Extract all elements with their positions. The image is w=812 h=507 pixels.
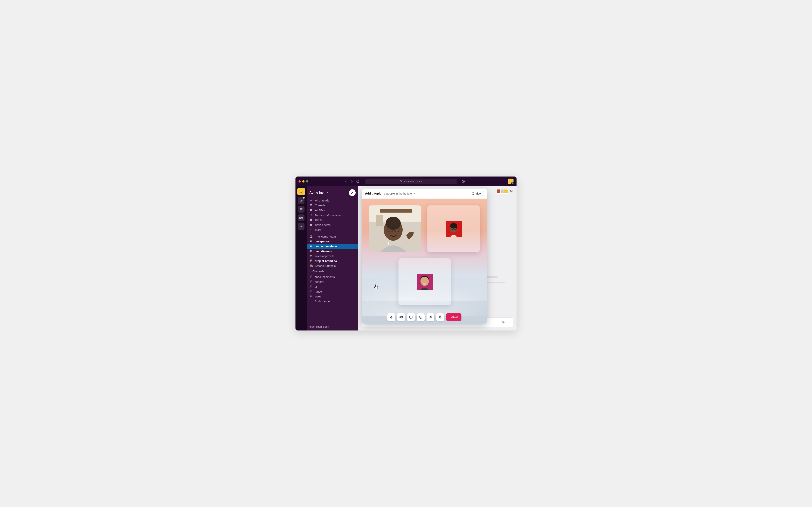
add-topic-button[interactable]: Add a topic (365, 192, 382, 195)
history-icon[interactable] (356, 179, 360, 183)
nav-all-dms[interactable]: All DMs (307, 208, 358, 213)
svg-rect-8 (473, 194, 474, 195)
minimize-window-button[interactable] (302, 180, 305, 182)
svg-point-25 (420, 277, 429, 286)
emoji-icon (419, 315, 422, 319)
camera-button[interactable] (397, 313, 405, 321)
huddle-body: Leave (362, 199, 487, 324)
participant-avatar-3 (417, 274, 433, 290)
section-channels[interactable]: Channels (307, 268, 358, 274)
nav-more[interactable]: More (307, 227, 358, 232)
chevron-down-icon (326, 191, 328, 194)
huddle-controls: Leave (362, 313, 487, 321)
svg-point-29 (419, 316, 422, 319)
forward-icon[interactable] (350, 179, 354, 183)
channel-sales-approvals[interactable]: #sales-approvals (307, 253, 358, 259)
workspace-switcher[interactable]: 😊 (297, 188, 305, 195)
svg-point-1 (463, 182, 463, 182)
workspace-item-je[interactable]: JE (298, 206, 305, 213)
workspace-item-df[interactable]: DF (298, 197, 305, 204)
caret-icon (309, 271, 311, 272)
participant-video-1 (369, 206, 421, 252)
settings-button[interactable] (436, 313, 444, 321)
svg-point-3 (311, 229, 311, 230)
add-workspace-button[interactable]: + (300, 232, 302, 237)
channel-sales[interactable]: #sales (307, 294, 358, 299)
svg-rect-6 (473, 192, 474, 193)
emoji-button[interactable] (417, 313, 424, 321)
section-home-team[interactable]: 🏝️The Home Team (307, 234, 358, 239)
channel-team-finance[interactable]: #team-finance (307, 248, 358, 253)
chevron-down-icon (413, 192, 416, 194)
channel-project-brand[interactable]: #project-brand-ca (307, 259, 358, 263)
body: 😊 DF JE SM ZB + Acme Inc. All unreads Th… (296, 186, 516, 331)
add-channel-button[interactable]: +Add channel (307, 299, 358, 304)
search-placeholder: Search Acme Inc (404, 180, 422, 183)
workspace-header[interactable]: Acme Inc. (307, 187, 358, 198)
view-button[interactable]: View (469, 191, 484, 196)
gear-icon (438, 315, 442, 319)
dms-icon (310, 209, 313, 212)
compose-button[interactable] (349, 189, 356, 196)
channel-team-chameleon[interactable]: #team-chameleon (307, 244, 358, 248)
back-icon[interactable] (344, 179, 348, 183)
participant-tile-3[interactable] (399, 259, 451, 305)
nav-threads[interactable]: Threads (307, 203, 358, 208)
svg-point-2 (310, 229, 310, 230)
channel-announcements[interactable]: #announcements (307, 274, 358, 279)
participant-tile-2[interactable] (427, 206, 480, 252)
chevron-down-icon[interactable] (507, 321, 511, 324)
nav-drafts[interactable]: Drafts (307, 217, 358, 222)
channel-pr[interactable]: #pr (307, 284, 358, 289)
workspace-item-zb[interactable]: ZB (298, 223, 305, 230)
nav-mentions[interactable]: Mentions & reactions (307, 213, 358, 217)
channel-general[interactable]: #general (307, 279, 358, 284)
close-window-button[interactable] (299, 180, 301, 182)
thread-button[interactable] (426, 313, 435, 321)
svg-point-30 (420, 317, 420, 317)
help-icon[interactable] (462, 180, 465, 183)
svg-rect-12 (376, 215, 383, 226)
member-avatars (498, 189, 508, 193)
main-content: # team-chameleon 74 Add a topic (358, 186, 516, 331)
mic-button[interactable] (388, 313, 395, 321)
titlebar: Search Acme Inc 😊 (296, 176, 516, 186)
more-icon (310, 228, 313, 231)
svg-rect-7 (472, 194, 472, 195)
send-icon[interactable] (502, 321, 505, 324)
channel-members[interactable]: 74 (498, 189, 513, 193)
svg-point-27 (400, 317, 401, 318)
drafts-icon (310, 218, 313, 221)
svg-rect-5 (472, 192, 472, 193)
share-screen-button[interactable] (407, 313, 415, 321)
leave-button[interactable]: Leave (446, 313, 461, 321)
dm-arcadio[interactable]: 🧑‍🎨Arcadio Buendia (307, 263, 358, 268)
svg-point-31 (421, 317, 421, 317)
camera-icon (399, 315, 403, 319)
svg-rect-28 (410, 316, 412, 318)
huddle-window: Add a topic 3 people in the huddle View (362, 188, 487, 324)
huddle-people-count[interactable]: 3 people in the huddle (384, 192, 416, 195)
svg-rect-11 (380, 209, 412, 213)
maximize-window-button[interactable] (306, 180, 308, 182)
workspace-rail: 😊 DF JE SM ZB + (296, 186, 307, 331)
search-input[interactable]: Search Acme Inc (365, 179, 457, 184)
channel-random[interactable]: #random (307, 289, 358, 294)
screen-icon (409, 315, 413, 319)
member-count: 74 (510, 190, 513, 193)
nav-saved[interactable]: Saved items (307, 222, 358, 227)
search-icon (400, 180, 402, 183)
svg-point-4 (312, 229, 312, 230)
workspace-name: Acme Inc. (309, 191, 324, 194)
cursor-pointer-icon (374, 284, 379, 290)
mentions-icon (310, 214, 313, 217)
user-avatar[interactable]: 😊 (508, 179, 513, 184)
participant-tile-1[interactable] (369, 206, 421, 252)
nav-all-unreads[interactable]: All unreads (307, 198, 358, 203)
window-controls (299, 180, 308, 182)
channel-design-team[interactable]: #design-team (307, 239, 358, 244)
threads-icon (310, 204, 313, 207)
history-nav (344, 179, 360, 183)
app-window: Search Acme Inc 😊 😊 DF JE SM ZB + Acme I… (296, 176, 516, 331)
workspace-item-sm[interactable]: SM (298, 215, 305, 221)
